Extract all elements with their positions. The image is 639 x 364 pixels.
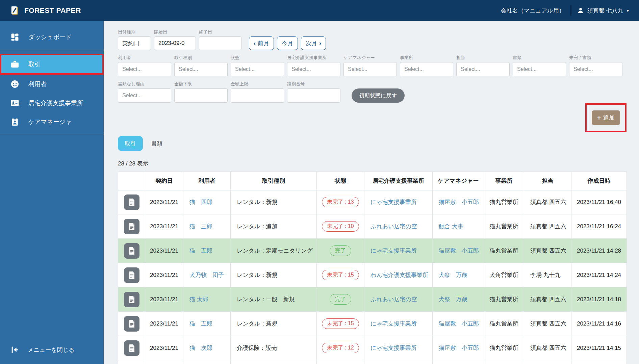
cell-user-link[interactable]: 猫 三郎 <box>183 214 231 239</box>
filter-select-label: 取引種別 <box>174 55 228 61</box>
result-count: 28 / 28 表示 <box>118 160 627 167</box>
cell-office-link[interactable]: にゃ宅支援事業所 <box>364 312 433 336</box>
cell-office-link[interactable]: にゃ宅支援事業所 <box>364 336 433 360</box>
cell-office-link[interactable]: にゃ宅支援事業所 <box>364 239 433 263</box>
cell-branch: 猫丸営業所 <box>484 336 524 360</box>
filter-select[interactable]: Select... <box>569 62 622 76</box>
add-button[interactable]: + 追加 <box>592 110 620 125</box>
table-row: 2023/11/21 猫 五郎 レンタル：定期モニタリング 完了 にゃ宅支援事業… <box>118 239 627 263</box>
transactions-table: 契約日 利用者 取引種別 状態 居宅介護支援事業所 ケアマネジャー 事業所 担当… <box>118 172 627 364</box>
briefcase-icon <box>10 59 20 69</box>
cell-user-link[interactable]: 猫 五郎 <box>183 312 231 336</box>
amount-min-label: 金額下限 <box>174 81 228 87</box>
document-button[interactable] <box>124 243 139 259</box>
current-month-label: 今月 <box>282 40 293 47</box>
cell-care-manager-link[interactable]: 猫屋敷 小五郎 <box>433 239 484 263</box>
cell-user-link[interactable]: 猫 次郎 <box>183 336 231 360</box>
company-name: 会社名（マニュアル用） <box>501 7 565 15</box>
filter-select[interactable]: Select... <box>456 62 510 76</box>
cell-office-link[interactable] <box>364 360 433 364</box>
cell-user-link[interactable]: 猫 太郎 <box>183 287 231 312</box>
cell-user-link[interactable]: 猫 四郎 <box>183 190 231 214</box>
cell-office-link[interactable]: ふれあい居宅の空 <box>364 287 433 312</box>
filter-select[interactable]: Select... <box>231 62 284 76</box>
cell-staff: 須真都 四五六 <box>524 312 571 336</box>
cell-contract-date: 2023/11/21 <box>145 239 183 263</box>
filter-select-label: 担当 <box>456 55 510 61</box>
col-header-status: 状態 <box>317 172 364 190</box>
filter-select[interactable]: Select... <box>174 62 228 76</box>
start-date-input[interactable] <box>154 36 196 50</box>
amount-max-input[interactable] <box>231 88 284 103</box>
amount-min-input[interactable] <box>174 88 228 103</box>
sidebar-divider <box>0 135 104 135</box>
document-button[interactable] <box>124 316 139 332</box>
cell-office-link[interactable]: ふれあい居宅の空 <box>364 214 433 239</box>
sidebar-item-label: 利用者 <box>28 80 47 88</box>
filter-row-amounts: 書類なし理由 Select... 金額下限 金額上限 識別番号 初期状態に戻す <box>118 81 627 103</box>
prev-month-button[interactable]: ‹ 前月 <box>249 36 274 50</box>
sidebar-item-dashboard[interactable]: ダッシュボード <box>0 28 104 47</box>
user-menu[interactable]: 須真都 七八九 ▾ <box>577 7 629 15</box>
id-number-label: 識別番号 <box>287 81 340 87</box>
date-type-select[interactable]: 契約日 <box>118 36 151 50</box>
table-row <box>118 360 627 364</box>
filter-select-row: 利用者 Select... 取引種別 Select... 状態 Select..… <box>118 55 627 76</box>
filter-select-label: 居宅介護支援事業所 <box>287 55 340 61</box>
cell-type: レンタル：新規 <box>231 190 317 214</box>
cell-type <box>231 360 317 364</box>
cell-care-manager-link[interactable]: 猫屋敷 小五郎 <box>433 312 484 336</box>
cell-care-manager-link[interactable]: 猫屋敷 小五郎 <box>433 190 484 214</box>
document-button[interactable] <box>124 292 139 307</box>
tab-transactions[interactable]: 取引 <box>118 136 143 151</box>
document-button[interactable] <box>124 267 139 283</box>
filter-select[interactable]: Select... <box>343 62 397 76</box>
sidebar-item-care-managers[interactable]: ケアマネージャ <box>0 112 104 131</box>
cell-care-manager-link[interactable]: 猫屋敷 小五郎 <box>433 336 484 360</box>
reset-filters-button[interactable]: 初期状態に戻す <box>352 88 405 103</box>
document-button[interactable] <box>124 340 139 356</box>
filter-select-field: ケアマネジャー Select... <box>343 55 397 76</box>
end-date-input[interactable] <box>199 36 241 50</box>
cell-type: 介護保険：販売 <box>231 336 317 360</box>
cell-user-link[interactable] <box>183 360 231 364</box>
current-month-button[interactable]: 今月 <box>277 36 298 50</box>
doc-reason-select[interactable]: Select... <box>118 88 171 103</box>
cell-contract-date: 2023/11/21 <box>145 287 183 312</box>
document-button[interactable] <box>124 194 139 210</box>
table-row: 2023/11/21 猫 三郎 レンタル：追加 未完了 : 10 ふれあい居宅の… <box>118 214 627 239</box>
cell-care-manager-link[interactable] <box>433 360 484 364</box>
cell-type: レンタル：定期モニタリング <box>231 239 317 263</box>
transactions-tbody: 2023/11/21 猫 四郎 レンタル：新規 未完了 : 13 にゃ宅支援事業… <box>118 190 627 364</box>
cell-branch: 猫丸営業所 <box>484 287 524 312</box>
sidebar-item-transactions[interactable]: 取引 <box>0 54 104 75</box>
cell-user-link[interactable]: 猫 五郎 <box>183 239 231 263</box>
cell-care-manager-link[interactable]: 触合 大事 <box>433 214 484 239</box>
next-month-button[interactable]: 次月 › <box>301 36 326 50</box>
cell-created: 2023/11/21 16:24 <box>571 214 627 239</box>
id-number-input[interactable] <box>287 88 340 103</box>
sidebar-item-users[interactable]: 利用者 <box>0 75 104 94</box>
cell-staff: 須真都 四五六 <box>524 287 571 312</box>
sidebar-item-label: 取引 <box>28 60 41 68</box>
document-icon <box>128 247 135 255</box>
cell-type: レンタル：追加 <box>231 214 317 239</box>
document-icon <box>128 223 135 231</box>
cell-office-link[interactable]: にゃ宅支援事業所 <box>364 190 433 214</box>
close-menu-button[interactable]: メニューを閉じる <box>0 340 104 359</box>
dashboard-icon <box>10 32 20 42</box>
cell-care-manager-link[interactable]: 犬祭 万歳 <box>433 263 484 287</box>
filter-select[interactable]: Select... <box>287 62 340 76</box>
col-header-icon <box>118 172 145 190</box>
document-button[interactable] <box>124 219 139 234</box>
cell-office-link[interactable]: わん宅介護支援事業所 <box>364 263 433 287</box>
sidebar-item-care-offices[interactable]: 居宅介護支援事業所 <box>0 94 104 112</box>
tab-documents[interactable]: 書類 <box>144 136 169 151</box>
filter-select[interactable]: Select... <box>400 62 453 76</box>
filter-select-field: 利用者 Select... <box>118 55 171 76</box>
filter-select[interactable]: Select... <box>513 62 566 76</box>
filter-select-label: 利用者 <box>118 55 171 61</box>
filter-select[interactable]: Select... <box>118 62 171 76</box>
cell-user-link[interactable]: 犬乃牧 団子 <box>183 263 231 287</box>
cell-care-manager-link[interactable]: 犬祭 万歳 <box>433 287 484 312</box>
